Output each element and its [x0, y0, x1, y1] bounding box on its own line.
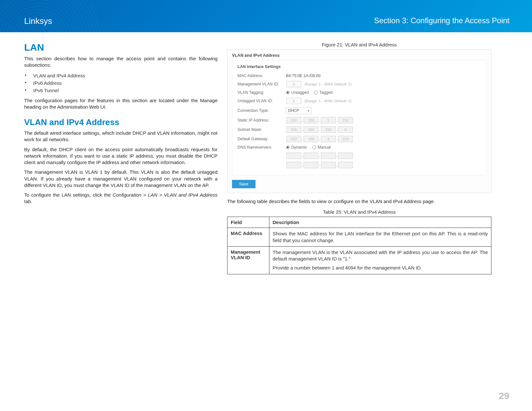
mask-octet: 255 — [321, 126, 336, 133]
text-fragment: To configure the LAN settings, click the — [24, 192, 112, 198]
label-untagged-vlan: Untagged VLAN ID: — [237, 99, 286, 103]
paragraph: The management VLAN is VLAN 1 by default… — [24, 169, 218, 189]
field-description-table: Field Description MAC Address Shows the … — [227, 217, 491, 274]
mask-octet: 0 — [338, 126, 353, 133]
row-untagged-vlan: Untagged VLAN ID: 1 (Range: 1 - 4094, De… — [237, 98, 481, 104]
figure-caption: Figure 21: VLAN and IPv4 Address — [227, 42, 491, 47]
label-default-gateway: Default Gateway: — [237, 137, 286, 141]
bullet-item: IPv6 Tunnel — [24, 87, 218, 94]
label-mac: MAC Address: — [237, 73, 286, 78]
radio-dns-manual[interactable]: Manual — [312, 145, 331, 150]
paragraph: By default, the DHCP client on the acces… — [24, 146, 218, 166]
page-number: 29 — [499, 390, 509, 401]
cell-field: Management VLAN ID — [227, 246, 269, 274]
page-header: Linksys Section 3: Configuring the Acces… — [0, 0, 532, 32]
table-intro-paragraph: The following table describes the fields… — [227, 198, 491, 205]
heading-vlan-ipv4: VLAN and IPv4 Address — [24, 117, 218, 127]
dns-octet — [286, 152, 301, 159]
desc-text: The management VLAN is the VLAN associat… — [273, 249, 488, 262]
dns-octet — [338, 152, 353, 159]
bullet-item: VLAN and IPv4 Address — [24, 72, 218, 79]
th-field: Field — [227, 217, 269, 228]
row-dns-entry-1: . . . — [237, 152, 481, 159]
gw-octet: 168 — [304, 136, 318, 142]
label-static-ip: Static IP Address: — [237, 118, 286, 122]
dns-octet — [286, 162, 301, 168]
row-default-gateway: Default Gateway: 192. 168. 1. 254 — [237, 136, 481, 142]
section-label: Section 3: Configuring the Access Point — [374, 16, 509, 25]
paragraph-nav-path: To configure the LAN settings, click the… — [24, 192, 218, 205]
label-mgmt-vlan: Management VLAN ID: — [237, 82, 286, 86]
radio-label: Tagged — [319, 90, 333, 95]
text-fragment: tab. — [24, 199, 32, 204]
panel-title: LAN Interface Settings — [237, 64, 481, 69]
table-caption: Table 25: VLAN and IPv4 Address — [227, 209, 491, 215]
mask-octet: 255 — [304, 126, 318, 133]
paragraph: The default wired interface settings, wh… — [24, 130, 218, 143]
brand-label: Linksys — [24, 16, 52, 26]
right-column: Figure 21: VLAN and IPv4 Address VLAN an… — [227, 42, 491, 274]
cell-field: MAC Address — [227, 228, 269, 247]
label-dns: DNS Nameservers: — [237, 145, 286, 150]
lan-interface-panel: LAN Interface Settings MAC Address: B4:7… — [232, 60, 487, 175]
radio-label: Manual — [318, 145, 331, 150]
value-mac: B4:75:0E:1A:EB:00 — [286, 73, 321, 78]
ip-octet: 100 — [304, 117, 318, 123]
cell-description: Shows the MAC address for the LAN interf… — [269, 228, 491, 247]
row-mac-address: MAC Address: B4:75:0E:1A:EB:00 — [237, 73, 481, 78]
gw-octet: 192 — [286, 136, 301, 142]
row-connection-type: Connection Type: DHCP — [237, 107, 481, 114]
radio-label: Dynamic — [291, 145, 307, 150]
radio-label: Untagged — [291, 90, 309, 95]
gw-octet: 254 — [338, 136, 353, 142]
left-column: LAN This section describes how to manage… — [24, 42, 218, 274]
row-dns-nameservers: DNS Nameservers: Dynamic Manual — [237, 145, 481, 150]
figure-screenshot: VLAN and IPv4 Address LAN Interface Sett… — [227, 49, 491, 193]
save-button[interactable]: Save — [232, 180, 256, 188]
ip-octet: 1 — [321, 117, 336, 123]
cell-description: The management VLAN is the VLAN associat… — [269, 246, 491, 274]
figure-title: VLAN and IPv4 Address — [232, 53, 487, 58]
table-row: MAC Address Shows the MAC address for th… — [227, 228, 491, 247]
ip-octet: 192 — [286, 117, 301, 123]
input-untagged-vlan[interactable]: 1 — [286, 98, 301, 104]
hint-range: (Range: 1 - 4094, Default: 1) — [305, 99, 352, 103]
dns-octet — [304, 162, 318, 168]
label-connection-type: Connection Type: — [237, 108, 286, 113]
subsection-list: VLAN and IPv4 Address IPv6 Address IPv6 … — [24, 72, 218, 94]
table-row: Management VLAN ID The management VLAN i… — [227, 246, 491, 274]
label-vlan-tagging: VLAN Tagging: — [237, 90, 286, 95]
gw-octet: 1 — [321, 136, 336, 142]
mask-octet: 255 — [286, 126, 301, 133]
label-subnet-mask: Subnet Mask: — [237, 127, 286, 132]
hint-range: (Range: 1 - 4094, Default: 1) — [305, 82, 352, 86]
row-static-ip: Static IP Address: 192. 100. 1. 252 — [237, 117, 481, 123]
nav-path-italic: Configuration > LAN > VLAN and IPv4 Addr… — [112, 192, 218, 198]
input-mgmt-vlan[interactable]: 1 — [286, 81, 301, 87]
select-connection-type[interactable]: DHCP — [286, 107, 312, 114]
desc-text: Provide a number between 1 and 4094 for … — [273, 265, 488, 271]
content-area: LAN This section describes how to manage… — [0, 32, 532, 274]
dns-octet — [321, 162, 336, 168]
th-description: Description — [269, 217, 491, 228]
bullet-item: IPv6 Address — [24, 79, 218, 87]
radio-untagged[interactable]: Untagged — [286, 90, 309, 95]
ip-octet: 252 — [338, 117, 353, 123]
row-management-vlan: Management VLAN ID: 1 (Range: 1 - 4094, … — [237, 81, 481, 87]
intro-paragraph: This section describes how to manage the… — [24, 55, 218, 69]
row-vlan-tagging: VLAN Tagging: Untagged Tagged — [237, 90, 481, 95]
radio-tagged[interactable]: Tagged — [314, 90, 333, 95]
dns-octet — [304, 152, 318, 159]
config-location-paragraph: The configuration pages for the features… — [24, 97, 218, 111]
desc-text: Shows the MAC address for the LAN interf… — [273, 230, 488, 244]
row-subnet-mask: Subnet Mask: 255. 255. 255. 0 — [237, 126, 481, 133]
radio-dns-dynamic[interactable]: Dynamic — [286, 145, 307, 150]
row-dns-entry-2: . . . — [237, 162, 481, 168]
heading-lan: LAN — [24, 42, 218, 53]
dns-octet — [321, 152, 336, 159]
dns-octet — [338, 162, 353, 168]
